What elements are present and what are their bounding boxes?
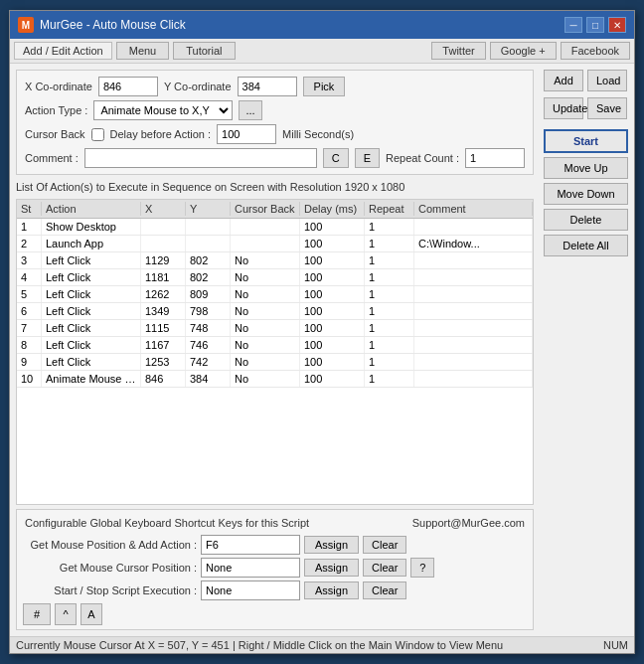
cell-comment: [414, 219, 533, 235]
cell-comment: [414, 354, 533, 370]
pick-button[interactable]: Pick: [303, 77, 346, 96]
col-action: Action: [42, 202, 141, 216]
status-text: Currently Mouse Cursor At X = 507, Y = 4…: [16, 639, 503, 651]
table-row[interactable]: 5 Left Click 1262 809 No 100 1: [17, 286, 533, 303]
get-cursor-input[interactable]: [201, 558, 300, 578]
table-row[interactable]: 4 Left Click 1181 802 No 100 1: [17, 269, 533, 286]
move-down-button[interactable]: Move Down: [544, 183, 628, 205]
close-button[interactable]: ✕: [608, 17, 626, 33]
get-cursor-label: Get Mouse Cursor Position :: [23, 562, 197, 574]
delay-input[interactable]: [217, 124, 276, 144]
cell-delay: 100: [300, 269, 365, 285]
assign-btn-3[interactable]: Assign: [304, 581, 359, 599]
assign-btn-1[interactable]: Assign: [304, 536, 359, 554]
move-up-button[interactable]: Move Up: [544, 157, 628, 179]
cell-repeat: 1: [365, 371, 414, 387]
action-type-select[interactable]: Animate Mouse to X,Y: [93, 100, 233, 120]
cell-delay: 100: [300, 219, 365, 235]
twitter-button[interactable]: Twitter: [431, 42, 485, 60]
cell-st: 5: [17, 286, 42, 302]
table-row[interactable]: 2 Launch App 100 1 C:\Window...: [17, 236, 533, 252]
cell-st: 9: [17, 354, 42, 370]
maximize-button[interactable]: □: [586, 17, 604, 33]
get-position-input[interactable]: [201, 535, 300, 555]
title-bar-left: M MurGee - Auto Mouse Click: [18, 17, 186, 33]
menu-button[interactable]: Menu: [116, 42, 170, 60]
repeat-label: Repeat Count :: [386, 152, 459, 164]
update-button[interactable]: Update: [544, 97, 583, 119]
content-area: X Co-ordinate Y Co-ordinate Pick Action …: [10, 64, 634, 636]
cell-y: 742: [186, 354, 231, 370]
start-button[interactable]: Start: [544, 129, 628, 153]
hash-button[interactable]: #: [23, 603, 51, 625]
caret-button[interactable]: ^: [55, 603, 77, 625]
cell-repeat: 1: [365, 252, 414, 268]
cell-cursor-back: No: [231, 303, 300, 319]
delay-unit-label: Milli Second(s): [282, 128, 354, 140]
table-row[interactable]: 3 Left Click 1129 802 No 100 1: [17, 252, 533, 269]
table-row[interactable]: 6 Left Click 1349 798 No 100 1: [17, 303, 533, 320]
col-x: X: [141, 202, 186, 216]
cell-action: Left Click: [42, 303, 141, 319]
cell-delay: 100: [300, 354, 365, 370]
add-button[interactable]: Add: [544, 70, 583, 91]
num-label: NUM: [603, 639, 628, 651]
clear-btn-3[interactable]: Clear: [363, 581, 406, 599]
table-row[interactable]: 8 Left Click 1167 746 No 100 1: [17, 337, 533, 354]
assign-btn-2[interactable]: Assign: [304, 559, 359, 577]
table-row[interactable]: 10 Animate Mouse to X,Y 846 384 No 100 1: [17, 371, 533, 388]
cursor-back-checkbox[interactable]: [91, 128, 104, 141]
cell-x: 1167: [141, 337, 186, 353]
table-body: 1 Show Desktop 100 1 2 Launch App 100 1 …: [17, 219, 533, 504]
cell-repeat: 1: [365, 269, 414, 285]
main-window: M MurGee - Auto Mouse Click ─ □ ✕ Add / …: [9, 10, 635, 654]
cell-y: 384: [186, 371, 231, 387]
cell-delay: 100: [300, 337, 365, 353]
delete-button[interactable]: Delete: [544, 209, 628, 231]
minimize-button[interactable]: ─: [564, 17, 582, 33]
delete-all-button[interactable]: Delete All: [544, 235, 628, 256]
cell-comment: [414, 252, 533, 268]
clear-btn-2[interactable]: Clear: [363, 559, 406, 577]
facebook-button[interactable]: Facebook: [561, 42, 630, 60]
tutorial-button[interactable]: Tutorial: [173, 42, 235, 60]
y-coord-input[interactable]: [238, 77, 297, 96]
cell-comment: [414, 337, 533, 353]
cell-action: Left Click: [42, 269, 141, 285]
keyboard-row-1: Get Mouse Position & Add Action : Assign…: [23, 535, 527, 555]
dots-button[interactable]: ...: [239, 100, 261, 120]
cell-cursor-back: No: [231, 371, 300, 387]
question-button[interactable]: ?: [410, 558, 434, 578]
e-button[interactable]: E: [355, 148, 380, 168]
x-coord-input[interactable]: [98, 77, 158, 96]
main-panel: X Co-ordinate Y Co-ordinate Pick Action …: [10, 64, 540, 636]
title-controls: ─ □ ✕: [564, 17, 626, 33]
clear-btn-1[interactable]: Clear: [363, 536, 406, 554]
c-button[interactable]: C: [323, 148, 349, 168]
cell-x: 846: [141, 371, 186, 387]
table-row[interactable]: 1 Show Desktop 100 1: [17, 219, 533, 236]
save-button[interactable]: Save: [587, 97, 627, 119]
app-icon: M: [18, 17, 34, 33]
keyboard-row-3: Start / Stop Script Execution : Assign C…: [23, 581, 527, 600]
repeat-input[interactable]: [465, 148, 525, 168]
cell-x: [141, 236, 186, 251]
google-button[interactable]: Google +: [490, 42, 557, 60]
comment-input[interactable]: [84, 148, 317, 168]
cell-y: 746: [186, 337, 231, 353]
table-row[interactable]: 7 Left Click 1115 748 No 100 1: [17, 320, 533, 337]
cell-y: 802: [186, 269, 231, 285]
start-stop-label: Start / Stop Script Execution :: [23, 584, 197, 596]
cell-action: Launch App: [42, 236, 141, 251]
form-section: X Co-ordinate Y Co-ordinate Pick Action …: [16, 70, 534, 175]
a-button[interactable]: A: [80, 603, 102, 625]
section-label: Add / Edit Action: [14, 42, 112, 60]
load-button[interactable]: Load: [587, 70, 627, 91]
table-row[interactable]: 9 Left Click 1253 742 No 100 1: [17, 354, 533, 371]
comment-row: Comment : C E Repeat Count :: [25, 148, 525, 168]
bottom-small-btns: # ^ A: [23, 603, 527, 625]
cell-x: 1115: [141, 320, 186, 336]
start-stop-input[interactable]: [201, 581, 300, 600]
cell-repeat: 1: [365, 303, 414, 319]
cell-repeat: 1: [365, 219, 414, 235]
